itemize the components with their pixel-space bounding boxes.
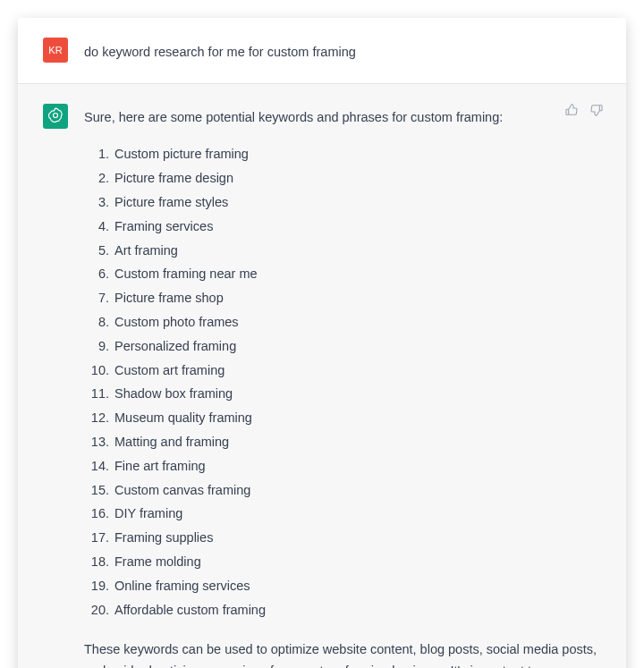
svg-point-0	[54, 113, 58, 117]
user-message-text: do keyword research for me for custom fr…	[84, 38, 601, 63]
user-avatar: KR	[43, 38, 68, 63]
user-message-row: KR do keyword research for me for custom…	[18, 18, 626, 83]
keyword-item: Custom picture framing	[89, 142, 601, 166]
keyword-item: Affordable custom framing	[89, 598, 601, 622]
keyword-item: Matting and framing	[89, 430, 601, 454]
assistant-avatar	[43, 104, 68, 129]
keyword-item: Online framing services	[89, 574, 601, 598]
keyword-item: Picture frame styles	[89, 190, 601, 215]
keyword-item: Framing supplies	[89, 526, 601, 550]
keyword-item: DIY framing	[89, 502, 601, 526]
user-avatar-initials: KR	[48, 45, 62, 55]
keyword-item: Fine art framing	[89, 454, 601, 478]
thumbs-down-icon	[589, 103, 604, 121]
keyword-item: Museum quality framing	[89, 406, 601, 430]
thumbs-up-icon	[564, 103, 579, 121]
chat-card: KR do keyword research for me for custom…	[18, 18, 626, 668]
thumbs-down-button[interactable]	[589, 104, 605, 120]
keyword-item: Picture frame design	[89, 166, 601, 190]
assistant-message-content: Sure, here are some potential keywords a…	[84, 104, 601, 668]
assistant-intro: Sure, here are some potential keywords a…	[84, 106, 601, 129]
thumbs-up-button[interactable]	[564, 104, 580, 120]
keyword-item: Personalized framing	[89, 334, 601, 359]
keyword-item: Custom framing near me	[89, 262, 601, 286]
keyword-item: Picture frame shop	[89, 286, 601, 310]
keyword-item: Framing services	[89, 215, 601, 239]
keyword-item: Custom photo frames	[89, 310, 601, 334]
assistant-message-row: Sure, here are some potential keywords a…	[18, 83, 626, 668]
assistant-outro: These keywords can be used to optimize w…	[84, 638, 601, 668]
keyword-item: Custom canvas framing	[89, 478, 601, 503]
keyword-item: Frame molding	[89, 550, 601, 574]
openai-icon	[47, 106, 64, 126]
keyword-item: Art framing	[89, 239, 601, 263]
keyword-item: Shadow box framing	[89, 382, 601, 406]
keyword-list: Custom picture framingPicture frame desi…	[89, 142, 601, 621]
feedback-buttons	[564, 104, 605, 120]
keyword-item: Custom art framing	[89, 359, 601, 383]
